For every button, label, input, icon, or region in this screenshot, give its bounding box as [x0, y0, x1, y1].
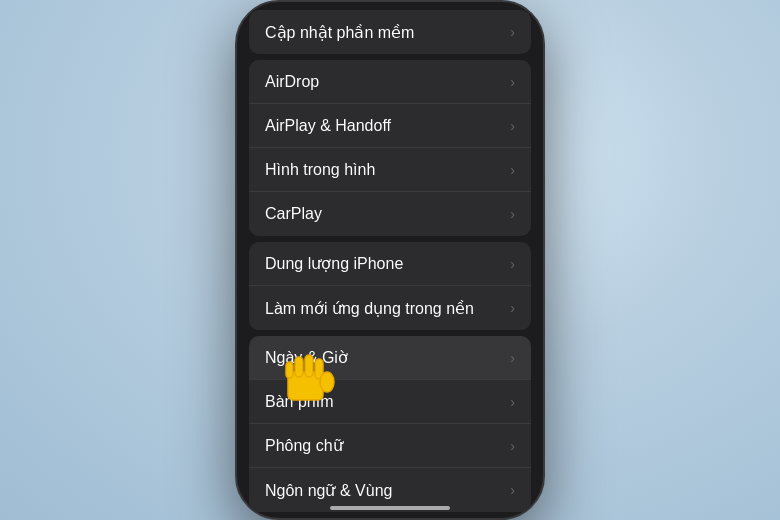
phong-chu-label: Phông chữ — [265, 436, 343, 455]
ban-phim-arrow: › — [510, 394, 515, 410]
ngon-ngu-arrow: › — [510, 482, 515, 498]
ngon-ngu-label: Ngôn ngữ & Vùng — [265, 481, 392, 500]
carplay-row[interactable]: CarPlay › — [249, 192, 531, 236]
lam-moi-label: Làm mới ứng dụng trong nền — [265, 299, 474, 318]
airdrop-arrow: › — [510, 74, 515, 90]
screen: Cập nhật phần mềm › AirDrop › AirPlay & … — [237, 2, 543, 518]
ban-phim-row[interactable]: Bàn phím › — [249, 380, 531, 424]
lam-moi-arrow: › — [510, 300, 515, 316]
settings-group-3: Ngày & Giờ › Bàn phím › Phông chữ › Ngôn… — [249, 336, 531, 512]
ngay-gio-label: Ngày & Giờ — [265, 348, 348, 367]
airdrop-label: AirDrop — [265, 73, 319, 91]
airplay-label: AirPlay & Handoff — [265, 117, 391, 135]
phong-chu-arrow: › — [510, 438, 515, 454]
phong-chu-row[interactable]: Phông chữ › — [249, 424, 531, 468]
airplay-arrow: › — [510, 118, 515, 134]
settings-group-2: Dung lượng iPhone › Làm mới ứng dụng tro… — [249, 242, 531, 330]
cap-nhat-row[interactable]: Cập nhật phần mềm › — [249, 10, 531, 54]
dung-luong-row[interactable]: Dung lượng iPhone › — [249, 242, 531, 286]
ban-phim-label: Bàn phím — [265, 393, 333, 411]
ngay-gio-arrow: › — [510, 350, 515, 366]
airdrop-row[interactable]: AirDrop › — [249, 60, 531, 104]
phone-frame: Cập nhật phần mềm › AirDrop › AirPlay & … — [235, 0, 545, 520]
ngay-gio-row[interactable]: Ngày & Giờ › — [249, 336, 531, 380]
carplay-arrow: › — [510, 206, 515, 222]
cap-nhat-arrow: › — [510, 24, 515, 40]
home-indicator — [330, 506, 450, 510]
dung-luong-arrow: › — [510, 256, 515, 272]
dung-luong-label: Dung lượng iPhone — [265, 254, 403, 273]
carplay-label: CarPlay — [265, 205, 322, 223]
settings-group-1: AirDrop › AirPlay & Handoff › Hình trong… — [249, 60, 531, 236]
lam-moi-row[interactable]: Làm mới ứng dụng trong nền › — [249, 286, 531, 330]
hinh-arrow: › — [510, 162, 515, 178]
airplay-row[interactable]: AirPlay & Handoff › — [249, 104, 531, 148]
hinh-row[interactable]: Hình trong hình › — [249, 148, 531, 192]
settings-group-0: Cập nhật phần mềm › — [249, 10, 531, 54]
hinh-label: Hình trong hình — [265, 161, 375, 179]
settings-list: Cập nhật phần mềm › AirDrop › AirPlay & … — [237, 10, 543, 512]
cap-nhat-label: Cập nhật phần mềm — [265, 23, 414, 42]
